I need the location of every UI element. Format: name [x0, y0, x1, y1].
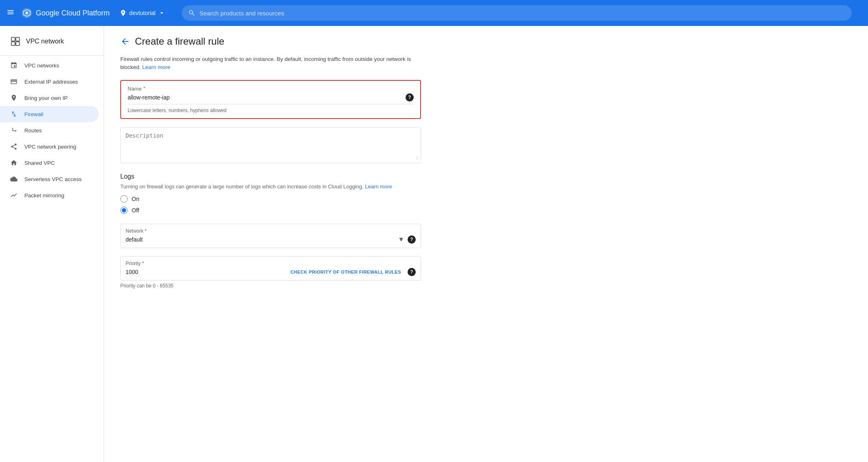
page-title: Create a firewall rule — [135, 36, 224, 47]
sidebar-item-routes[interactable]: Routes — [0, 122, 99, 138]
network-field-container: Network * default ▼ ? — [120, 224, 421, 248]
priority-controls: CHECK PRIORITY OF OTHER FIREWALL RULES ? — [287, 268, 416, 276]
form-section: Name * ? Lowercase letters, numbers, hyp… — [120, 80, 421, 289]
app-logo: Google Cloud Platform — [21, 7, 110, 19]
sidebar-item-shared-vpc[interactable]: Shared VPC — [0, 155, 99, 171]
firewall-icon — [10, 110, 18, 118]
svg-rect-2 — [11, 37, 15, 41]
check-priority-button[interactable]: CHECK PRIORITY OF OTHER FIREWALL RULES — [287, 268, 404, 276]
sidebar-item-vpc-networks[interactable]: VPC networks — [0, 57, 99, 73]
page-description: Firewall rules control incoming or outgo… — [120, 55, 421, 72]
sidebar-item-bring-your-own-ip[interactable]: Bring your own IP — [0, 90, 99, 106]
logs-radio-group: On Off — [120, 195, 421, 214]
name-hint: Lowercase letters, numbers, hyphens allo… — [128, 108, 414, 113]
priority-row: CHECK PRIORITY OF OTHER FIREWALL RULES ? — [126, 268, 416, 276]
hamburger-menu-icon[interactable] — [7, 8, 15, 18]
logs-off-option[interactable]: Off — [120, 207, 421, 214]
vpc-peering-icon — [10, 142, 18, 151]
top-navigation: Google Cloud Platform devtutorial Search… — [0, 0, 868, 26]
sidebar: VPC network VPC networks External IP add… — [0, 26, 104, 462]
name-help-icon[interactable]: ? — [406, 93, 414, 101]
logs-description: Turning on firewall logs can generate a … — [120, 183, 421, 191]
sidebar-header: VPC network — [0, 29, 104, 54]
network-help-icon[interactable]: ? — [408, 235, 416, 244]
priority-left — [126, 269, 158, 275]
priority-help-icon[interactable]: ? — [408, 268, 416, 276]
routes-icon — [10, 126, 18, 134]
sidebar-item-packet-mirroring[interactable]: Packet mirroring — [0, 187, 99, 203]
network-value: default — [126, 236, 143, 243]
sidebar-item-firewall[interactable]: Firewall — [0, 106, 99, 122]
svg-rect-5 — [16, 42, 20, 45]
sidebar-item-vpc-peering[interactable]: VPC network peering — [0, 138, 99, 155]
search-bar[interactable]: Search products and resources — [182, 5, 852, 21]
main-content: Create a firewall rule Firewall rules co… — [104, 26, 868, 462]
sidebar-item-serverless-vpc[interactable]: Serverless VPC access — [0, 171, 99, 187]
svg-rect-3 — [16, 37, 20, 41]
project-selector[interactable]: devtutorial — [119, 9, 165, 17]
sidebar-item-external-ip[interactable]: External IP addresses — [0, 73, 99, 90]
priority-input[interactable] — [126, 269, 158, 275]
description-input[interactable] — [126, 132, 416, 157]
svg-point-1 — [26, 12, 28, 15]
network-dropdown-row: default ▼ ? — [126, 235, 416, 244]
logs-section: Logs Turning on firewall logs can genera… — [120, 173, 421, 214]
logs-off-radio[interactable] — [120, 207, 128, 214]
priority-field-container: Priority * CHECK PRIORITY OF OTHER FIREW… — [120, 256, 421, 281]
packet-mirroring-icon — [10, 191, 18, 199]
page-header: Create a firewall rule — [120, 36, 852, 47]
logs-on-label: On — [132, 196, 139, 202]
logs-learn-more-link[interactable]: Learn more — [365, 184, 392, 190]
network-dropdown-arrow[interactable]: ▼ — [398, 236, 404, 243]
learn-more-link[interactable]: Learn more — [142, 64, 170, 70]
network-dropdown-controls: ▼ ? — [398, 235, 416, 244]
logs-title: Logs — [120, 173, 421, 180]
priority-field-label: Priority * — [126, 261, 416, 266]
name-field-label: Name * — [128, 86, 414, 92]
logs-on-option[interactable]: On — [120, 195, 421, 203]
bring-own-ip-icon — [10, 94, 18, 102]
name-input-row: ? — [128, 93, 414, 104]
search-icon — [188, 9, 195, 17]
name-input[interactable] — [128, 94, 406, 101]
logs-off-label: Off — [132, 207, 139, 214]
network-field-label: Network * — [126, 228, 416, 234]
priority-hint: Priority can be 0 - 65535 — [120, 283, 421, 289]
back-button[interactable] — [120, 37, 130, 46]
name-field-container: Name * ? Lowercase letters, numbers, hyp… — [120, 80, 421, 119]
description-field-container: ⠿ — [120, 127, 421, 163]
logs-on-radio[interactable] — [120, 195, 128, 203]
sidebar-divider — [0, 55, 104, 56]
vpc-network-icon — [10, 36, 21, 47]
shared-vpc-icon — [10, 159, 18, 167]
serverless-vpc-icon — [10, 175, 18, 183]
svg-rect-4 — [11, 42, 15, 45]
vpc-networks-icon — [10, 61, 18, 69]
resize-handle: ⠿ — [415, 155, 419, 161]
external-ip-icon — [10, 78, 18, 86]
main-layout: VPC network VPC networks External IP add… — [0, 26, 868, 462]
